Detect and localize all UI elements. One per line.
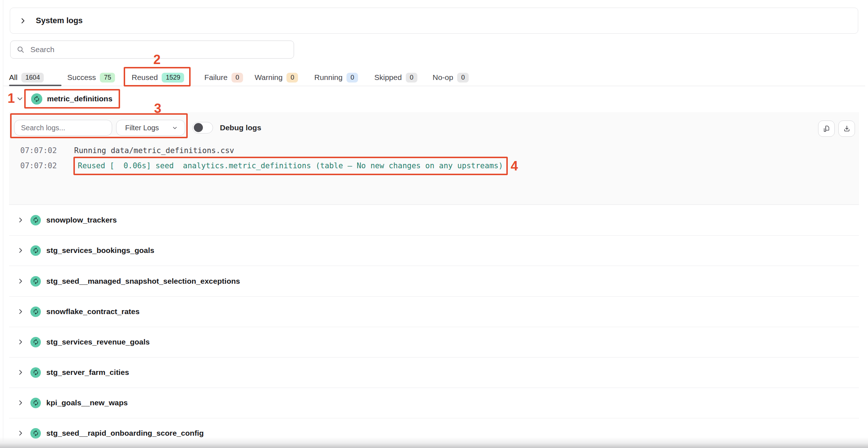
search-logs-input[interactable]	[14, 120, 112, 136]
tab-label: Failure	[204, 73, 227, 82]
run-row[interactable]: stg_services_bookings_goals	[0, 242, 868, 258]
toggle-knob	[194, 123, 203, 132]
run-name: metric_definitions	[47, 94, 112, 103]
status-reused-icon	[30, 307, 41, 317]
tab-label: Success	[67, 73, 96, 82]
active-tab-underline	[9, 85, 61, 86]
run-row[interactable]: kpi_goals__new_waps	[0, 395, 868, 411]
page-title: System logs	[36, 16, 83, 25]
chevron-right-icon	[17, 217, 24, 223]
tab-count-badge: 1604	[21, 73, 44, 83]
chevron-right-icon	[17, 339, 24, 345]
run-row[interactable]: snowplow_trackers	[0, 212, 868, 228]
chevron-right-icon	[17, 430, 24, 436]
search-input[interactable]	[30, 45, 248, 54]
chevron-right-icon	[17, 308, 24, 315]
status-reused-icon	[30, 398, 41, 408]
run-row[interactable]: stg_server_farm_cities	[0, 364, 868, 380]
tab-noop[interactable]: No-op 0	[433, 71, 469, 84]
log-timestamp: 07:07:02	[20, 146, 57, 155]
row-divider	[9, 296, 859, 297]
row-divider	[9, 266, 859, 266]
tab-label: No-op	[433, 73, 453, 82]
copy-logs-button[interactable]	[818, 121, 835, 137]
status-reused-icon	[30, 215, 41, 225]
run-row[interactable]: snowflake_contract_rates	[0, 304, 868, 320]
system-logs-header[interactable]: System logs	[10, 8, 858, 34]
status-reused-icon	[30, 276, 41, 287]
search-icon	[17, 46, 25, 54]
run-name: stg_seed__rapid_onboarding_score_config	[46, 429, 204, 438]
download-icon	[843, 124, 851, 133]
chevron-down-icon	[17, 96, 23, 102]
search-bar	[10, 41, 294, 59]
tab-skipped[interactable]: Skipped 0	[374, 71, 417, 84]
log-line-reused: Reused [ 0.06s] seed analytics.metric_de…	[78, 160, 503, 171]
row-divider	[9, 418, 859, 418]
tab-count-badge: 0	[457, 73, 469, 83]
run-name: stg_services_revenue_goals	[46, 338, 150, 346]
chevron-right-icon	[17, 247, 24, 254]
chevron-down-icon	[172, 125, 178, 131]
debug-logs-label: Debug logs	[220, 120, 261, 136]
run-row[interactable]: stg_seed__managed_snapshot_selection_exc…	[0, 273, 868, 289]
tab-all[interactable]: All 1604	[9, 71, 44, 84]
status-reused-icon	[30, 245, 41, 256]
filter-logs-label: Filter Logs	[125, 124, 159, 132]
log-line: 07:07:02	[20, 160, 57, 171]
status-reused-icon	[31, 93, 42, 105]
tab-label: Running	[314, 73, 342, 82]
status-reused-icon	[30, 367, 41, 378]
run-name: kpi_goals__new_waps	[46, 398, 128, 407]
tab-count-badge: 0	[406, 73, 417, 83]
filter-logs-dropdown[interactable]: Filter Logs	[116, 120, 185, 136]
tab-label: Warning	[255, 73, 282, 82]
row-divider	[9, 388, 859, 388]
log-line: 07:07:02	[20, 145, 57, 156]
run-row[interactable]: stg_services_revenue_goals	[0, 334, 868, 350]
chevron-right-icon	[17, 369, 24, 376]
tab-running[interactable]: Running 0	[314, 71, 358, 84]
debug-logs-toggle[interactable]	[192, 122, 213, 134]
log-timestamp: 07:07:02	[20, 161, 57, 170]
status-reused-icon	[30, 337, 41, 347]
tab-label: Reused	[132, 73, 158, 82]
download-logs-button[interactable]	[838, 121, 855, 137]
tab-count-badge: 0	[346, 73, 358, 83]
chevron-right-icon	[20, 17, 26, 24]
run-name: snowflake_contract_rates	[46, 307, 140, 316]
tab-failure[interactable]: Failure 0	[204, 71, 243, 84]
log-message: Running data/metric_definitions.csv	[74, 146, 234, 155]
tab-count-badge: 0	[286, 73, 298, 83]
tab-count-badge: 1529	[162, 73, 184, 83]
run-row-metric-definitions[interactable]: metric_definitions	[17, 91, 112, 107]
tab-label: Skipped	[374, 73, 402, 82]
tabs-divider	[3, 86, 865, 86]
system-logs-screen: System logs All 1604 Success 75 Reused 1…	[0, 0, 868, 448]
tab-label: All	[9, 73, 17, 82]
tab-success[interactable]: Success 75	[67, 71, 115, 84]
tab-count-badge: 0	[231, 73, 243, 83]
run-name: stg_seed__managed_snapshot_selection_exc…	[46, 277, 240, 286]
log-line-running: Running data/metric_definitions.csv	[74, 145, 234, 156]
run-name: stg_services_bookings_goals	[46, 246, 154, 255]
row-divider	[9, 357, 859, 358]
bottom-fade	[0, 437, 868, 448]
tab-reused[interactable]: Reused 1529	[132, 71, 184, 84]
copy-icon	[822, 124, 831, 133]
run-name: snowplow_trackers	[46, 216, 117, 224]
chevron-right-icon	[17, 400, 24, 406]
tab-count-badge: 75	[100, 73, 115, 83]
tab-warning[interactable]: Warning 0	[255, 71, 298, 84]
row-divider	[9, 235, 859, 236]
annotation-label-1: 1	[8, 91, 15, 106]
row-divider	[9, 327, 859, 327]
log-message: Reused [ 0.06s] seed analytics.metric_de…	[78, 161, 503, 170]
chevron-right-icon	[17, 278, 24, 284]
run-name: stg_server_farm_cities	[46, 368, 129, 377]
